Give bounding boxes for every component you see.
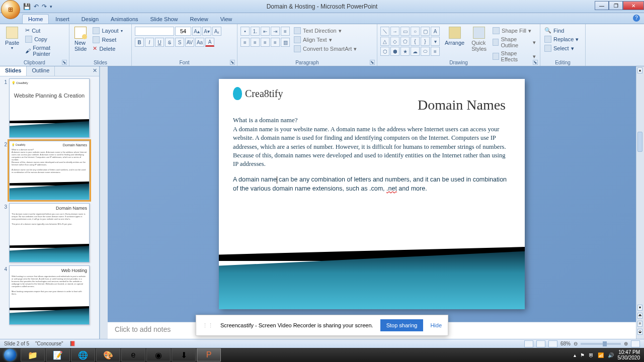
- slide-thumb-1[interactable]: 💡 Crea8tify Website Planning & Creation: [9, 78, 90, 138]
- align-text-button[interactable]: Align Text ▾: [293, 36, 358, 44]
- font-color-button[interactable]: A: [205, 38, 214, 47]
- taskbar-powerpoint[interactable]: P: [197, 348, 221, 361]
- italic-button[interactable]: I: [145, 38, 154, 47]
- vertical-scrollbar[interactable]: ▴ ▾ ⬘ ≡ ⬙: [636, 66, 644, 339]
- zoom-percent[interactable]: 68%: [560, 341, 571, 346]
- spacing-button[interactable]: AV: [185, 38, 194, 47]
- normal-view-button[interactable]: [524, 340, 533, 347]
- sorter-view-button[interactable]: [536, 340, 545, 347]
- slide-paragraph-2[interactable]: A domain name can be any combination of …: [233, 175, 511, 193]
- slide-title[interactable]: Domain Names: [233, 97, 511, 113]
- font-dialog-icon[interactable]: ⬊: [230, 60, 235, 65]
- stop-sharing-button[interactable]: Stop sharing: [380, 319, 424, 331]
- line-spacing-button[interactable]: ≡: [281, 27, 290, 36]
- shape-rect-icon[interactable]: ▭: [400, 27, 410, 36]
- fit-window-button[interactable]: [631, 340, 640, 347]
- decrease-indent-button[interactable]: ⇤: [261, 27, 270, 36]
- panel-tab-slides[interactable]: Slides: [0, 66, 27, 76]
- slide-canvas[interactable]: Crea8tify Domain Names What is a domain …: [219, 79, 525, 309]
- clear-format-button[interactable]: Aᵪ: [212, 27, 221, 36]
- font-family-select[interactable]: [135, 27, 174, 36]
- tray-expand-icon[interactable]: ▴: [574, 352, 576, 358]
- scroll-handle[interactable]: [637, 132, 642, 152]
- hide-share-button[interactable]: Hide: [430, 322, 442, 328]
- align-right-button[interactable]: ≡: [261, 38, 270, 47]
- shadow-button[interactable]: S: [175, 38, 184, 47]
- tab-design[interactable]: Design: [76, 15, 104, 24]
- maximize-button[interactable]: ❐: [609, 1, 623, 10]
- layout-button[interactable]: Layout ▾: [92, 27, 123, 35]
- shape-rrect-icon[interactable]: ▢: [421, 27, 430, 36]
- share-handle-icon[interactable]: ⋮⋮: [202, 322, 213, 329]
- taskbar-app2[interactable]: ⬇: [172, 348, 196, 361]
- text-direction-button[interactable]: Text Direction ▾: [293, 27, 358, 35]
- font-size-select[interactable]: [175, 27, 191, 36]
- slide-question[interactable]: What is a domain name?: [233, 116, 511, 124]
- panel-close-icon[interactable]: ✕: [93, 67, 97, 74]
- cut-button[interactable]: ✂Cut: [24, 27, 66, 34]
- taskbar-paint[interactable]: 🎨: [96, 348, 120, 361]
- slide-thumb-2[interactable]: 💡 Crea8tify Domain Names What is a domai…: [9, 141, 90, 200]
- minimize-button[interactable]: —: [595, 1, 609, 10]
- tray-network-icon[interactable]: 📶: [598, 352, 604, 358]
- zoom-slider[interactable]: [581, 343, 621, 345]
- tab-animations[interactable]: Animations: [105, 15, 143, 24]
- tab-slideshow[interactable]: Slide Show: [145, 15, 184, 24]
- scroll-up-icon[interactable]: ▴: [637, 67, 642, 73]
- grow-font-button[interactable]: A▴: [192, 27, 201, 36]
- panel-scrollbar[interactable]: [100, 66, 108, 339]
- zoom-in-button[interactable]: ⊕: [624, 341, 628, 346]
- shape-text-icon[interactable]: A: [431, 27, 440, 36]
- start-button[interactable]: [0, 348, 20, 362]
- tab-review[interactable]: Review: [185, 15, 214, 24]
- select-button[interactable]: Select ▾: [543, 44, 582, 52]
- prev-slide-icon[interactable]: ⬘: [637, 313, 642, 319]
- scroll-down-icon[interactable]: ▾: [637, 305, 642, 311]
- taskbar-explorer[interactable]: 📁: [21, 348, 45, 361]
- tray-action-icon[interactable]: ⛨: [589, 352, 594, 358]
- smartart-button[interactable]: Convert to SmartArt ▾: [293, 45, 358, 53]
- qat-save-icon[interactable]: 💾: [23, 3, 31, 10]
- taskbar-app[interactable]: ◉: [146, 348, 171, 361]
- close-button[interactable]: ✕: [623, 1, 644, 10]
- tray-volume-icon[interactable]: 🔊: [608, 352, 614, 358]
- slide-thumb-4[interactable]: Web Hosting Web hosting is a service tha…: [9, 265, 90, 325]
- qat-more-icon[interactable]: ▾: [50, 4, 52, 9]
- bullets-button[interactable]: •: [240, 27, 250, 36]
- tab-home[interactable]: Home: [22, 14, 49, 24]
- increase-indent-button[interactable]: ⇥: [271, 27, 280, 36]
- tray-clock[interactable]: 10:47 PM5/30/2020: [618, 349, 640, 360]
- align-left-button[interactable]: ≡: [240, 38, 250, 47]
- format-painter-button[interactable]: 🖌Format Painter: [24, 44, 66, 57]
- replace-button[interactable]: Replace ▾: [543, 35, 582, 43]
- delete-button[interactable]: ✕Delete: [92, 45, 123, 52]
- slideshow-view-button[interactable]: [548, 340, 557, 347]
- copy-button[interactable]: Copy: [24, 35, 66, 43]
- slide-paragraph-1[interactable]: A domain name is your website name. A do…: [233, 125, 511, 168]
- clipboard-dialog-icon[interactable]: ⬊: [62, 60, 67, 65]
- tab-view[interactable]: View: [215, 15, 238, 24]
- shape-oval-icon[interactable]: ○: [411, 27, 420, 36]
- case-button[interactable]: Aa: [195, 38, 204, 47]
- justify-button[interactable]: ≡: [271, 38, 280, 47]
- drawing-dialog-icon[interactable]: ⬊: [533, 60, 538, 65]
- reset-button[interactable]: Reset: [92, 36, 123, 44]
- qat-undo-icon[interactable]: ↶: [34, 3, 39, 10]
- help-icon[interactable]: ?: [633, 15, 640, 22]
- next-slide-icon[interactable]: ⬙: [637, 329, 642, 335]
- shape-line-icon[interactable]: ＼: [380, 27, 389, 36]
- underline-button[interactable]: U: [155, 38, 164, 47]
- align-center-button[interactable]: ≡: [251, 38, 260, 47]
- taskbar-notepad[interactable]: 📝: [46, 348, 70, 361]
- shrink-font-button[interactable]: A▾: [202, 27, 211, 36]
- strike-button[interactable]: S̶: [165, 38, 174, 47]
- qat-redo-icon[interactable]: ↷: [42, 3, 47, 10]
- office-button[interactable]: ⊞: [1, 0, 20, 19]
- shape-fill-button[interactable]: Shape Fill ▾: [492, 27, 537, 35]
- panel-tab-outline[interactable]: Outline: [27, 66, 55, 76]
- tab-insert[interactable]: Insert: [50, 15, 75, 24]
- slide-thumb-3[interactable]: Domain Names The domain name must be reg…: [9, 203, 90, 262]
- taskbar-chrome[interactable]: 🌐: [71, 348, 95, 361]
- bold-button[interactable]: B: [135, 38, 144, 47]
- shape-outline-button[interactable]: Shape Outline ▾: [492, 36, 537, 49]
